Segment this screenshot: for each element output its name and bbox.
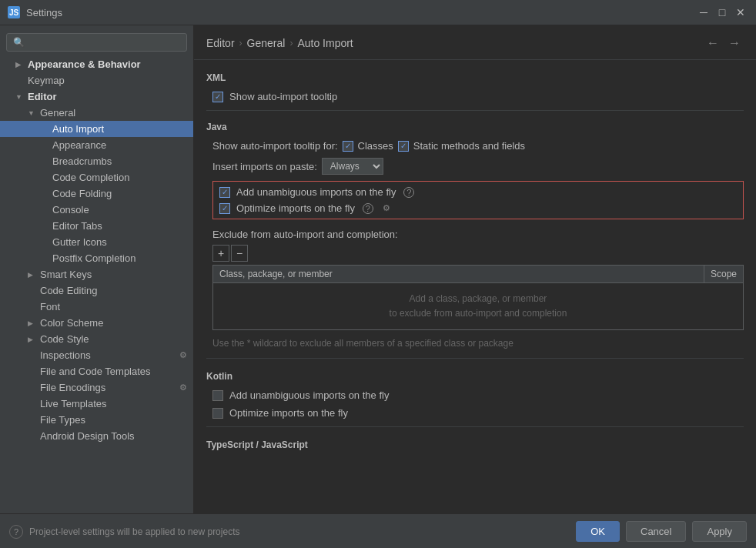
sidebar-item-file-code-templates[interactable]: File and Code Templates — [0, 363, 193, 379]
sidebar-item-color-scheme[interactable]: ▶ Color Scheme — [0, 315, 193, 331]
table-col-scope: Scope — [704, 266, 743, 282]
window-controls: ─ □ ✕ — [696, 5, 748, 20]
sidebar-item-label: Console — [52, 204, 89, 216]
chevron-icon: ▶ — [28, 336, 37, 343]
sidebar-item-label: Gutter Icons — [52, 236, 107, 248]
sidebar-item-font[interactable]: Font — [0, 299, 193, 315]
hint-text: Project-level settings will be applied t… — [29, 526, 239, 537]
sidebar-item-code-editing[interactable]: Code Editing — [0, 282, 193, 299]
table-empty-message: Add a class, package, or member to exclu… — [383, 286, 574, 327]
cancel-button[interactable]: Cancel — [626, 521, 686, 542]
settings-content: XML Show auto-import tooltip Java Show a… — [194, 60, 756, 467]
sidebar-item-appearance[interactable]: Appearance — [0, 137, 193, 153]
sidebar-item-label: Appearance — [52, 139, 106, 151]
java-section-title: Java — [206, 122, 744, 132]
ok-button[interactable]: OK — [576, 521, 620, 542]
sidebar-item-label: General — [40, 107, 75, 119]
sidebar-item-label: Inspections — [40, 349, 91, 361]
sidebar-item-console[interactable]: Console — [0, 202, 193, 218]
sidebar-item-inspections[interactable]: Inspections ⚙ — [0, 347, 193, 363]
breadcrumb-navigation: ← → — [704, 35, 744, 52]
remove-button[interactable]: − — [231, 245, 248, 262]
kotlin-optimize-imports-label: Optimize imports on the fly — [229, 407, 348, 419]
breadcrumb-sep-2: › — [289, 38, 293, 48]
sidebar-item-auto-import[interactable]: Auto Import — [0, 121, 193, 137]
back-button[interactable]: ← — [704, 35, 722, 52]
close-button[interactable]: ✕ — [733, 5, 748, 20]
java-add-unambiguous-label: Add unambiguous imports on the fly — [236, 186, 396, 198]
java-optimize-imports-label: Optimize imports on the fly — [236, 202, 355, 214]
sidebar-item-keymap[interactable]: Keymap — [0, 72, 193, 89]
kotlin-add-unambiguous-label: Add unambiguous imports on the fly — [229, 389, 389, 401]
breadcrumb-sep-1: › — [239, 38, 243, 48]
window-title: Settings — [26, 7, 62, 18]
main-layout: ▶ Appearance & Behavior Keymap ▼ Editor … — [0, 25, 756, 513]
sidebar-item-file-types[interactable]: File Types — [0, 412, 193, 428]
sidebar-item-postfix-completion[interactable]: Postfix Completion — [0, 250, 193, 266]
java-static-checkbox[interactable] — [398, 141, 409, 152]
sidebar-item-editor[interactable]: ▼ Editor — [0, 89, 193, 105]
title-bar: JS Settings ─ □ ✕ — [0, 0, 756, 25]
chevron-icon: ▶ — [28, 319, 37, 327]
sidebar-item-code-folding[interactable]: Code Folding — [0, 185, 193, 202]
sidebar-item-label: Code Style — [40, 333, 89, 345]
sidebar-item-general[interactable]: ▼ General — [0, 105, 193, 121]
kotlin-optimize-imports-row: Optimize imports on the fly — [206, 407, 744, 419]
exclude-toolbar: + − — [206, 245, 744, 262]
exclude-table: Class, package, or member Scope Add a cl… — [212, 265, 744, 330]
xml-show-tooltip-checkbox[interactable] — [212, 92, 223, 102]
sidebar-item-smart-keys[interactable]: ▶ Smart Keys — [0, 266, 193, 282]
xml-show-tooltip-row: Show auto-import tooltip — [206, 91, 744, 102]
chevron-icon: ▼ — [15, 93, 25, 101]
sidebar-item-android-design-tools[interactable]: Android Design Tools — [0, 428, 193, 444]
java-optimize-imports-checkbox[interactable] — [219, 203, 230, 214]
java-tooltip-row: Show auto-import tooltip for: Classes St… — [206, 140, 744, 152]
sidebar-item-gutter-icons[interactable]: Gutter Icons — [0, 234, 193, 250]
kotlin-optimize-imports-checkbox[interactable] — [212, 408, 223, 419]
java-classes-checkbox[interactable] — [343, 141, 353, 152]
java-insert-imports-dropdown[interactable]: Always Ask Never — [322, 158, 383, 175]
wildcard-hint: Use the * wildcard to exclude all member… — [206, 336, 744, 350]
xml-section-title: XML — [206, 72, 744, 83]
xml-show-tooltip-label: Show auto-import tooltip — [229, 91, 337, 102]
bottom-bar: ? Project-level settings will be applied… — [0, 513, 756, 548]
sidebar-item-code-style[interactable]: ▶ Code Style — [0, 331, 193, 347]
content-area: Editor › General › Auto Import ← → XML S… — [194, 25, 756, 513]
sidebar-item-label: Editor — [28, 91, 57, 102]
sidebar-item-file-encodings[interactable]: File Encodings ⚙ — [0, 379, 193, 396]
kotlin-add-unambiguous-checkbox[interactable] — [212, 390, 223, 401]
breadcrumb-part-2: General — [247, 37, 286, 49]
chevron-icon: ▶ — [15, 61, 25, 68]
typescript-section-title: TypeScript / JavaScript — [206, 439, 744, 450]
minimize-button[interactable]: ─ — [696, 5, 711, 20]
breadcrumb-bar: Editor › General › Auto Import ← → — [194, 25, 756, 60]
sidebar-item-editor-tabs[interactable]: Editor Tabs — [0, 218, 193, 234]
maximize-button[interactable]: □ — [714, 5, 730, 20]
forward-button[interactable]: → — [725, 35, 744, 52]
table-header: Class, package, or member Scope — [213, 266, 743, 283]
table-col-class: Class, package, or member — [213, 266, 704, 282]
sidebar-item-breadcrumbs[interactable]: Breadcrumbs — [0, 153, 193, 169]
search-input[interactable] — [6, 33, 187, 52]
sidebar-item-appearance-behavior[interactable]: ▶ Appearance & Behavior — [0, 56, 193, 72]
settings-icon: ⚙ — [179, 350, 187, 360]
exclude-section: Exclude from auto-import and completion:… — [206, 229, 744, 350]
sidebar-item-code-completion[interactable]: Code Completion — [0, 169, 193, 185]
java-tooltip-label: Show auto-import tooltip for: — [212, 140, 338, 152]
bottom-left: ? Project-level settings will be applied… — [9, 525, 239, 539]
sidebar-item-live-templates[interactable]: Live Templates — [0, 396, 193, 412]
sidebar-item-label: Breadcrumbs — [52, 155, 112, 167]
sidebar-item-label: Appearance & Behavior — [28, 58, 141, 70]
sidebar-item-label: File Encodings — [40, 382, 105, 393]
sidebar-item-label: Color Scheme — [40, 317, 103, 329]
apply-button[interactable]: Apply — [692, 521, 747, 542]
sidebar-item-label: Font — [40, 301, 60, 312]
help-button[interactable]: ? — [9, 525, 23, 539]
chevron-icon: ▼ — [28, 109, 37, 117]
breadcrumb-part-1: Editor — [206, 37, 235, 49]
java-add-unambiguous-checkbox[interactable] — [219, 187, 230, 198]
bottom-right: OK Cancel Apply — [576, 521, 747, 542]
sidebar-item-label: Keymap — [28, 75, 65, 86]
java-insert-imports-label: Insert imports on paste: — [212, 161, 317, 172]
add-button[interactable]: + — [212, 245, 229, 262]
